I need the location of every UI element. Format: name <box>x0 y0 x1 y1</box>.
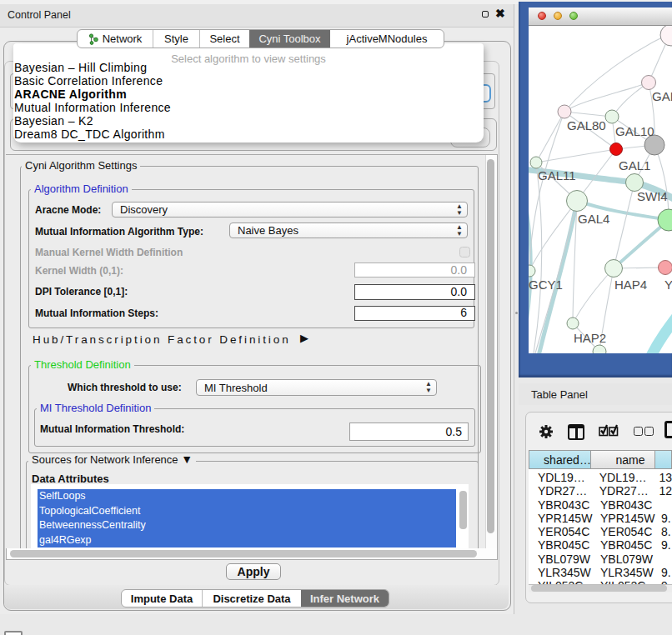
svg-text:HAP4: HAP4 <box>614 278 647 292</box>
svg-text:GAL11: GAL11 <box>538 168 576 182</box>
svg-text:HAP2: HAP2 <box>574 331 606 345</box>
svg-text:GCY1: GCY1 <box>529 278 563 292</box>
svg-text:GAL80: GAL80 <box>567 118 606 132</box>
svg-text:GAL4: GAL4 <box>578 212 609 226</box>
svg-text:Y: Y <box>664 278 672 292</box>
svg-text:GAL1: GAL1 <box>619 158 650 172</box>
svg-text:SWI4: SWI4 <box>637 189 668 203</box>
svg-text:GAL10: GAL10 <box>615 124 654 138</box>
svg-text:GAL: GAL <box>652 89 672 103</box>
